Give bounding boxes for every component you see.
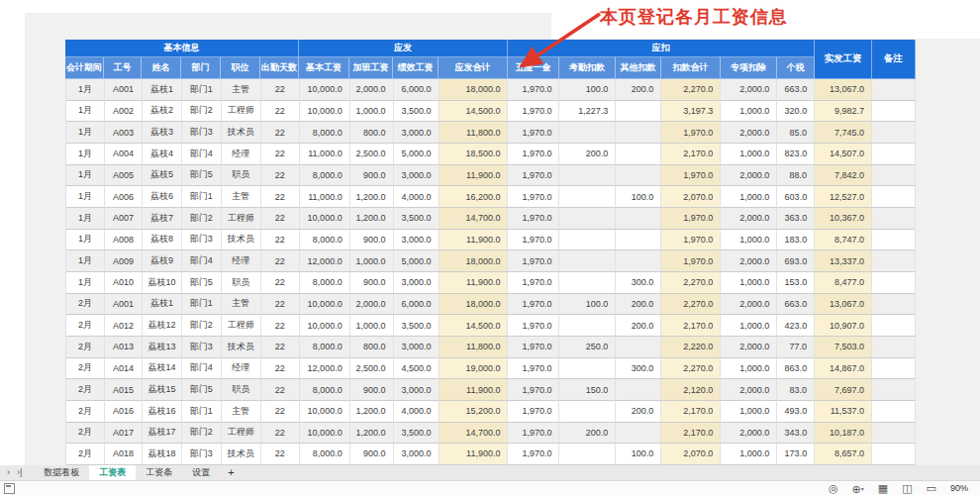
cell[interactable]: 22 [261,101,300,123]
cell[interactable] [872,208,916,230]
cell[interactable]: 823.0 [777,144,815,165]
cell[interactable]: 部门4 [182,358,222,380]
cell[interactable]: 2,270.0 [661,272,721,294]
cell[interactable] [872,401,916,423]
cell[interactable] [872,294,916,316]
cell[interactable] [559,165,616,187]
cell[interactable]: 职员 [222,165,261,187]
cell[interactable]: 22 [261,144,300,165]
cell[interactable]: 2,070.0 [661,444,721,465]
cell[interactable]: 部门5 [182,272,222,294]
cell[interactable]: 2,270.0 [661,294,721,316]
cell[interactable] [559,444,616,465]
cell[interactable]: 183.0 [777,230,815,251]
cell[interactable]: 22 [261,186,300,208]
cell[interactable] [872,165,916,187]
cell[interactable]: 2,500.0 [350,358,394,380]
cell[interactable]: 1,970.0 [661,122,721,144]
cell[interactable]: 2,500.0 [350,144,394,165]
cell[interactable]: 1,970.0 [508,444,559,465]
cell[interactable]: 1月 [66,208,105,230]
cell[interactable]: 荔枝17 [143,423,182,445]
cell[interactable]: 8,000.0 [300,165,350,187]
cell[interactable]: 250.0 [559,337,616,358]
cell[interactable]: 3,197.3 [661,101,721,123]
cell[interactable]: A001 [105,79,143,101]
cell[interactable]: 8,477.0 [815,272,872,294]
cell[interactable]: 1,970.0 [508,208,559,230]
cell[interactable]: 1,200.0 [350,423,394,445]
cell[interactable]: 部门5 [182,379,222,401]
cell[interactable]: 200.0 [616,315,661,337]
cell[interactable]: 职员 [222,272,261,294]
cell[interactable]: 22 [261,230,300,251]
cell[interactable]: 技术员 [222,230,261,251]
cell[interactable]: 荔枝2 [143,101,182,123]
cell[interactable]: 2,170.0 [661,401,721,423]
cell[interactable]: 技术员 [222,122,261,144]
column-header[interactable]: 工号 [104,57,142,79]
cell[interactable]: 4,000.0 [394,186,440,208]
cell[interactable]: 10,000.0 [300,208,350,230]
cell[interactable]: 2,000.0 [721,122,777,144]
cell[interactable]: A006 [105,186,143,208]
cell[interactable]: 4,500.0 [394,358,440,380]
cell[interactable] [559,208,616,230]
cell[interactable]: 1月 [66,79,105,101]
cell[interactable] [616,423,661,445]
cell[interactable]: 12,000.0 [300,250,350,272]
cell[interactable]: 6,000.0 [394,294,440,316]
cell[interactable] [872,358,916,380]
add-sheet-button[interactable]: + [228,465,234,480]
cell[interactable]: 1,000.0 [721,101,777,123]
cell[interactable]: 15,200.0 [440,401,509,423]
cell[interactable]: A018 [105,444,143,465]
cell[interactable]: 1,000.0 [350,250,394,272]
cell[interactable]: 2月 [66,337,105,358]
cell[interactable]: 150.0 [559,379,616,401]
cell[interactable]: 16,200.0 [440,186,509,208]
column-header[interactable]: 应发合计 [439,57,508,79]
cell[interactable]: 1,970.0 [661,230,721,251]
cell[interactable]: 2,270.0 [661,358,721,380]
cell[interactable]: 2月 [66,423,105,445]
cell[interactable]: 2,000.0 [350,79,394,101]
cell[interactable]: 主管 [222,294,261,316]
cell[interactable]: 22 [261,379,300,401]
column-header[interactable]: 个税 [777,57,815,79]
cell[interactable]: 2,000.0 [721,379,777,401]
cell[interactable]: 6,000.0 [394,79,440,101]
cell[interactable]: 11,900.0 [440,272,509,294]
cell[interactable]: 1,000.0 [721,444,777,465]
cell[interactable]: 1,970.0 [508,272,559,294]
cell[interactable]: 1,970.0 [508,144,559,165]
cell[interactable] [559,315,616,337]
cell[interactable]: 11,537.0 [815,401,872,423]
cell[interactable] [872,186,916,208]
cell[interactable]: 3,000.0 [394,230,440,251]
cell[interactable]: 22 [261,294,300,316]
cell[interactable] [616,208,661,230]
cell[interactable]: 3,000.0 [394,122,440,144]
cell[interactable]: 12,527.0 [815,186,872,208]
cell[interactable]: 22 [261,444,300,465]
cell[interactable]: 2,000.0 [350,294,394,316]
cell[interactable]: 2,220.0 [661,337,721,358]
cell[interactable]: 1,970.0 [508,358,559,380]
cell[interactable]: 11,800.0 [440,122,509,144]
cell[interactable]: 1,970.0 [661,208,721,230]
column-header[interactable]: 实发工资 [815,40,872,79]
cell[interactable]: 22 [261,272,300,294]
cell[interactable]: 1,970.0 [508,165,559,187]
cell[interactable]: 423.0 [777,315,815,337]
cell[interactable]: 部门2 [182,315,222,337]
cell[interactable]: 9,982.7 [815,101,872,123]
cell[interactable] [559,401,616,423]
cell[interactable]: 8,000.0 [300,122,350,144]
cell[interactable]: 10,000.0 [300,79,350,101]
cell[interactable]: 8,000.0 [300,337,350,358]
cell[interactable]: 荔枝16 [143,401,182,423]
cell[interactable]: 83.0 [777,379,815,401]
cell[interactable]: 85.0 [777,122,815,144]
cell[interactable]: 100.0 [559,79,616,101]
